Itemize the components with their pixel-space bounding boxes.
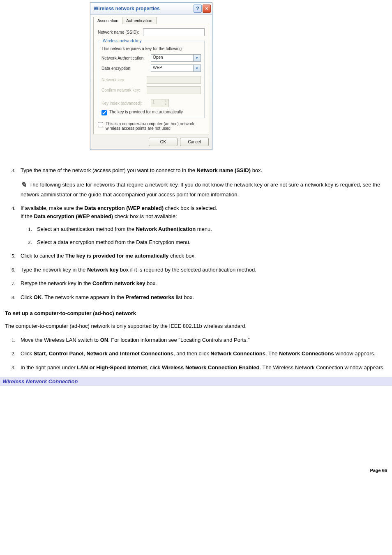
ssid-label: Network name (SSID): [98,30,143,35]
step-4-2: Select a data encryption method from the… [21,238,387,246]
adhoc-intro: The computer-to-computer (ad-hoc) networ… [5,322,387,330]
net-auth-label: Network Authentication: [101,56,151,60]
ssid-input[interactable] [143,28,205,36]
adhoc-heading: To set up a computer-to-computer (ad-hoc… [5,310,387,316]
banner-text: Wireless Network Connection [2,378,78,385]
step-7: Retype the network key in the Confirm ne… [5,279,387,288]
spinner-arrows-icon: ▲▼ [163,99,168,107]
net-auth-value: Open [151,54,193,62]
tab-authentication[interactable]: Authentication [122,17,156,24]
adhoc-step-1: Move the Wireless LAN switch to ON. For … [5,336,387,344]
titlebar: Wireless network properties ? × [90,3,212,15]
auto-key-checkbox[interactable] [101,110,107,115]
tabs: Association Authentication [90,15,212,24]
requires-text: This network requires a key for the foll… [101,46,201,51]
step-4: If available, make sure the Data encrypt… [5,204,387,246]
key-index-value: 1 [151,99,163,107]
wireless-properties-dialog: Wireless network properties ? × Associat… [90,2,212,150]
data-enc-label: Data encryption: [101,66,151,71]
step-3: Type the name of the network (access poi… [5,166,387,198]
confirm-key-label: Confirm network key: [101,88,147,92]
key-index-label: Key index (advanced): [101,101,151,106]
net-auth-select[interactable]: Open ▾ [151,54,201,62]
tab-panel: Network name (SSID): Wireless network ke… [93,24,209,134]
close-icon[interactable]: × [203,5,211,13]
step-8: Click OK. The network name appears in th… [5,293,387,302]
chevron-down-icon[interactable]: ▾ [193,64,201,72]
network-key-input [147,76,201,84]
note-block: ✎ The following steps are for networks t… [21,180,387,199]
ok-button[interactable]: OK [149,138,178,146]
adhoc-step-3: In the right panel under LAN or High-Spe… [5,364,387,372]
wireless-key-group: Wireless network key This network requir… [98,39,205,118]
step-4-1: Select an authentication method from the… [21,225,387,233]
confirm-key-input [147,86,201,94]
dialog-title: Wireless network properties [94,6,193,12]
step-6: Type the network key in the Network key … [5,266,387,274]
network-key-label: Network key: [101,78,147,82]
figure-caption-banner: Wireless Network Connection [0,377,392,386]
note-icon: ✎ [21,180,27,191]
data-enc-value: WEP [151,64,193,72]
adhoc-checkbox[interactable] [98,122,103,127]
help-icon[interactable]: ? [194,5,202,13]
step-5: Click to cancel the The key is provided … [5,252,387,260]
chevron-down-icon[interactable]: ▾ [193,54,201,62]
tab-association[interactable]: Association [93,17,122,24]
auto-key-label: The key is provided for me automatically [109,110,183,114]
data-enc-select[interactable]: WEP ▾ [151,64,201,72]
adhoc-step-2: Click Start, Control Panel, Network and … [5,350,387,358]
adhoc-label: This is a computer-to-computer (ad hoc) … [106,122,205,131]
wireless-key-legend: Wireless network key [101,39,143,43]
cancel-button[interactable]: Cancel [180,138,209,146]
key-index-spinner: 1 ▲▼ [151,99,169,107]
page-number: Page 66 [2,468,390,473]
